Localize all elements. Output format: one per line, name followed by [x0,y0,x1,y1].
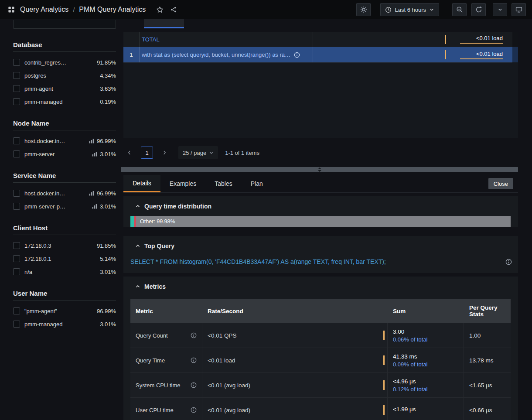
time-range-picker[interactable]: Last 6 hours [380,3,439,16]
filter-item[interactable]: n/a 3.01% [13,265,116,278]
info-icon[interactable] [294,52,300,58]
filter-item[interactable]: postgres 4.34% [13,69,116,82]
kiosk-mode-button[interactable] [512,3,526,16]
filter-item[interactable]: pmm-server 3.01% [13,147,116,160]
table-row-total[interactable]: TOTAL <0.01 load [123,32,518,47]
dashboard-settings-button[interactable] [356,3,371,16]
section-title: Query time distribution [144,203,211,210]
metric-rate: <0.01 (avg load) [208,407,250,413]
panel-resize-splitter[interactable] [121,167,518,172]
filters-sidebar: Database contrib_regres… 91.85% postgres… [13,19,116,331]
filter-item[interactable]: pmm-managed 0.19% [13,95,116,108]
zoom-out-button[interactable] [452,3,467,16]
share-icon[interactable] [170,6,177,13]
checkbox[interactable] [13,307,20,314]
table-row-query[interactable]: 1 with stat as (select queryid, bucket, … [123,47,518,63]
info-icon[interactable] [191,382,197,388]
bar-chart-icon[interactable] [89,138,94,143]
filter-item-percent: 4.34% [100,72,116,79]
chevron-left-icon [126,150,133,156]
page-size-select[interactable]: 25 / page [178,146,218,159]
column-header-metric: Metric [130,299,202,323]
metric-sum-percent-link[interactable]: 0.12% of total [393,386,428,393]
tab-examples[interactable]: Examples [160,175,205,192]
filter-item[interactable]: pmm-agent 3.63% [13,82,116,95]
metric-per-query: <1.65 µs [464,373,511,397]
filter-item-label: pmm-managed [24,99,100,105]
qan-dashboard: Query Analytics / PMM Query Analytics [0,0,532,420]
filter-item[interactable]: pmm-managed 3.01% [13,318,116,331]
metric-name: System CPU time [136,382,181,389]
caret-up-icon [135,284,140,289]
section-metrics: Metrics Metric Rate/Second Sum Per Query… [123,277,518,420]
caret-up-icon [135,204,140,209]
info-icon[interactable] [191,357,197,363]
star-icon[interactable] [156,6,164,14]
metric-sum: 41.33 ms [393,353,417,360]
filter-item[interactable]: host.docker.in… 96.99% [13,134,116,147]
checkbox[interactable] [13,242,20,249]
refresh-interval-dropdown[interactable] [493,3,507,16]
filter-item[interactable]: contrib_regres… 91.85% [13,56,116,69]
checkbox[interactable] [13,255,20,262]
bar-chart-icon[interactable] [92,151,97,157]
bar-chart-icon[interactable] [92,204,97,209]
checkbox[interactable] [13,59,20,66]
top-query-sql: SELECT * FROM histogram(0, 'F44CD1B4B33A… [130,258,500,265]
metric-name: User CPU time [136,407,174,413]
filter-section-title: Service Name [13,172,116,183]
metric-sum: <4.96 µs [393,378,416,385]
filter-item[interactable]: host.docker.in… 96.99% [13,187,116,200]
section-query-time-distribution: Query time distribution Other: 99.98% [123,196,518,227]
filter-item[interactable]: pmm-server-p… 3.01% [13,200,116,213]
current-page-button[interactable]: 1 [141,147,153,159]
metric-name: Query Time [136,357,165,364]
table-vertical-scrollbar[interactable] [512,32,518,63]
breadcrumb-page-title[interactable]: PMM Query Analytics [79,6,146,14]
tab-plan[interactable]: Plan [242,175,272,192]
filter-item-percent: 91.85% [97,242,116,249]
checkbox[interactable] [13,321,20,328]
splitter-grip-icon [318,167,321,172]
query-table-sorted-column-header[interactable] [144,19,184,28]
info-icon[interactable] [505,259,512,265]
section-header[interactable]: Top Query [123,236,518,255]
filter-item[interactable]: 172.18.0.3 91.85% [13,239,116,252]
pagination-summary: 1-1 of 1 items [225,150,259,156]
checkbox[interactable] [13,268,20,275]
filter-search-input[interactable] [13,20,116,29]
info-icon[interactable] [191,332,197,338]
next-page-button[interactable] [158,147,171,159]
checkbox[interactable] [13,203,20,210]
checkbox[interactable] [13,98,20,105]
tab-tables[interactable]: Tables [205,175,241,192]
filter-item-label: "pmm-agent" [24,308,97,314]
checkbox[interactable] [13,137,20,144]
apps-grid-icon[interactable] [8,6,15,13]
close-button[interactable]: Close [488,178,513,189]
checkbox[interactable] [13,150,20,157]
section-top-query: Top Query SELECT * FROM histogram(0, 'F4… [123,236,518,273]
row-number-cell [123,32,140,47]
metric-sum-percent-link[interactable]: 0.06% of total [393,336,428,343]
checkbox[interactable] [13,85,20,92]
rate-sparkline-bar [383,380,385,390]
prev-page-button[interactable] [123,147,136,159]
section-header[interactable]: Query time distribution [123,196,518,215]
checkbox[interactable] [13,72,20,79]
filter-item-percent: 0.19% [100,99,116,105]
bar-chart-icon[interactable] [89,191,94,196]
checkbox[interactable] [13,190,20,197]
info-icon[interactable] [191,407,197,413]
section-title: Metrics [144,283,166,290]
chevron-right-icon [161,150,167,156]
refresh-button[interactable] [471,3,486,16]
breadcrumb-section[interactable]: Query Analytics [20,6,68,14]
filter-item[interactable]: "pmm-agent" 96.99% [13,304,116,318]
section-header[interactable]: Metrics [123,277,518,295]
filter-item[interactable]: 172.18.0.1 5.14% [13,252,116,265]
rate-sparkline-bar [383,331,385,340]
tab-details[interactable]: Details [123,175,160,192]
metric-sum-percent-link[interactable]: 0.09% of total [393,361,428,368]
filter-section-client-host: Client Host 172.18.0.3 91.85% 172.18.0.1… [13,224,116,278]
